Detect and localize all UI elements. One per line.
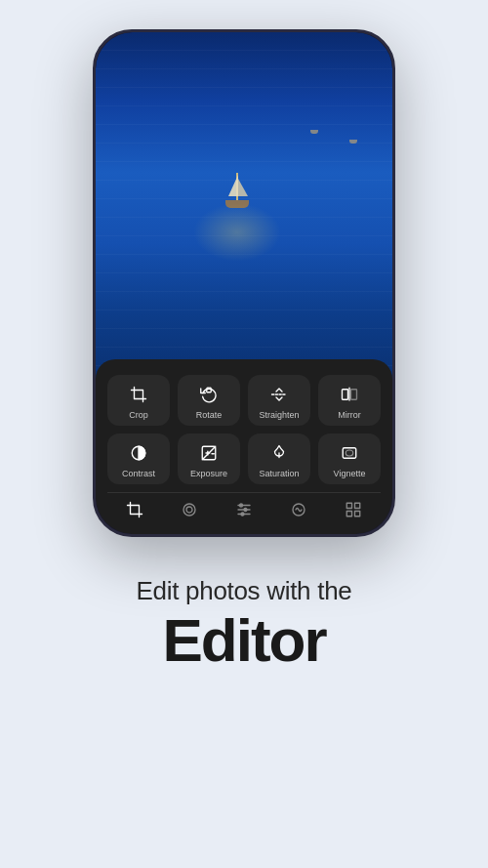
- svg-rect-0: [207, 388, 212, 393]
- svg-rect-26: [355, 512, 360, 517]
- straighten-tool[interactable]: Straighten: [248, 375, 310, 426]
- svg-point-19: [240, 504, 243, 507]
- tools-row-1: Crop Rotate: [107, 375, 381, 426]
- contrast-icon: [127, 441, 150, 465]
- svg-rect-3: [343, 390, 348, 400]
- exposure-icon: [197, 441, 221, 465]
- ocean-image: [96, 32, 392, 384]
- exposure-label: Exposure: [190, 469, 227, 478]
- bottom-nav: [107, 492, 381, 524]
- mirror-label: Mirror: [338, 410, 361, 420]
- straighten-label: Straighten: [259, 410, 299, 420]
- contrast-label: Contrast: [122, 469, 155, 478]
- vignette-label: Vignette: [334, 469, 366, 478]
- svg-point-15: [186, 507, 192, 513]
- boat: [223, 169, 252, 208]
- vignette-icon: [338, 441, 361, 465]
- rotate-tool[interactable]: Rotate: [178, 375, 240, 426]
- saturation-label: Saturation: [259, 469, 299, 478]
- svg-point-14: [183, 504, 195, 516]
- svg-point-13: [346, 450, 353, 456]
- svg-rect-24: [355, 503, 360, 508]
- tools-row-2: Contrast Exposure: [107, 434, 381, 484]
- nav-adjust[interactable]: [233, 499, 255, 520]
- svg-rect-4: [351, 390, 357, 400]
- straighten-icon: [267, 383, 291, 406]
- rotate-icon: [197, 383, 221, 406]
- reflection: [193, 203, 281, 262]
- svg-rect-25: [346, 512, 351, 517]
- vignette-tool[interactable]: Vignette: [318, 434, 381, 484]
- nav-paint[interactable]: [288, 499, 309, 520]
- phone-screen: Crop Rotate: [96, 32, 392, 534]
- text-section: Edit photos with the Editor: [107, 576, 382, 671]
- crop-tool[interactable]: Crop: [107, 375, 170, 426]
- phone-frame: Crop Rotate: [93, 29, 395, 537]
- svg-point-20: [244, 509, 247, 512]
- crop-label: Crop: [129, 410, 148, 420]
- title: Editor: [137, 610, 352, 671]
- saturation-icon: [267, 441, 291, 465]
- svg-point-21: [241, 513, 244, 516]
- crop-icon: [127, 383, 150, 406]
- nav-grid[interactable]: [343, 499, 364, 520]
- contrast-tool[interactable]: Contrast: [107, 434, 170, 484]
- saturation-tool[interactable]: Saturation: [248, 434, 310, 484]
- subtitle: Edit photos with the: [137, 576, 352, 606]
- exposure-tool[interactable]: Exposure: [178, 434, 240, 484]
- mirror-tool[interactable]: Mirror: [318, 375, 381, 426]
- svg-rect-12: [343, 448, 356, 459]
- nav-filter[interactable]: [179, 499, 200, 520]
- editor-panel: Crop Rotate: [96, 359, 392, 534]
- mirror-icon: [338, 383, 361, 406]
- svg-rect-23: [346, 503, 351, 508]
- small-boat-1: [310, 130, 318, 134]
- nav-crop[interactable]: [124, 499, 145, 520]
- rotate-label: Rotate: [196, 410, 223, 420]
- small-boat-2: [349, 140, 357, 144]
